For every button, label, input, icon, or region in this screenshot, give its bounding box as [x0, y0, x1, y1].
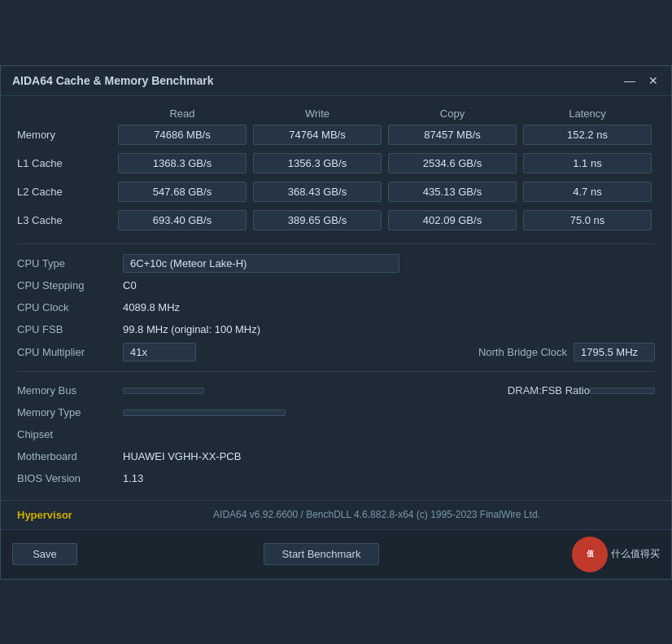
- memory-read-value: 74686 MB/s: [118, 125, 247, 145]
- l2-write-value: 368.43 GB/s: [253, 182, 382, 202]
- l2-copy-value: 435.13 GB/s: [388, 182, 517, 202]
- chipset-label: Chipset: [17, 428, 123, 440]
- l3-write-value: 389.65 GB/s: [253, 210, 382, 230]
- l1-read-value: 1368.3 GB/s: [118, 153, 247, 173]
- cpu-clock-value: 4089.8 MHz: [123, 301, 180, 313]
- col-header-latency: Latency: [520, 107, 655, 120]
- north-bridge-value: 1795.5 MHz: [574, 343, 655, 361]
- table-row: L1 Cache 1368.3 GB/s 1356.3 GB/s 2534.6 …: [17, 153, 655, 173]
- window-title: AIDA64 Cache & Memory Benchmark: [12, 74, 213, 87]
- memory-bus-value: [123, 388, 204, 394]
- l2-latency-value: 4.7 ns: [523, 182, 652, 202]
- table-row: Memory 74686 MB/s 74764 MB/s 87457 MB/s …: [17, 125, 655, 145]
- l3-read-value: 693.40 GB/s: [118, 210, 247, 230]
- footer: Hypervisor AIDA64 v6.92.6600 / BenchDLL …: [1, 500, 671, 529]
- bios-row: BIOS Version 1.13: [17, 470, 655, 488]
- cpu-fsb-row: CPU FSB 99.8 MHz (original: 100 MHz): [17, 321, 655, 339]
- l1-latency-value: 1.1 ns: [523, 153, 652, 173]
- row-label-l1: L1 Cache: [17, 157, 115, 169]
- cpu-stepping-row: CPU Stepping C0: [17, 277, 655, 295]
- benchmark-table: Read Write Copy Latency Memory 74686 MB/…: [17, 107, 655, 230]
- cpu-stepping-label: CPU Stepping: [17, 279, 123, 291]
- l3-latency-value: 75.0 ns: [523, 210, 652, 230]
- col-header-copy: Copy: [385, 107, 520, 120]
- cpu-type-value: 6C+10c (Meteor Lake-H): [123, 254, 399, 273]
- memory-type-row: Memory Type: [17, 404, 655, 422]
- info-section: CPU Type 6C+10c (Meteor Lake-H) CPU Step…: [17, 254, 655, 488]
- col-header-write: Write: [250, 107, 385, 120]
- table-row: L2 Cache 547.68 GB/s 368.43 GB/s 435.13 …: [17, 182, 655, 202]
- cpu-type-label: CPU Type: [17, 257, 123, 269]
- col-header-label: [17, 107, 115, 120]
- watermark-text: 什么值得买: [611, 547, 660, 561]
- motherboard-row: Motherboard HUAWEI VGHH-XX-PCB: [17, 448, 655, 466]
- l3-copy-value: 402.09 GB/s: [388, 210, 517, 230]
- motherboard-label: Motherboard: [17, 450, 123, 462]
- cpu-clock-row: CPU Clock 4089.8 MHz: [17, 299, 655, 317]
- cpu-fsb-label: CPU FSB: [17, 323, 123, 335]
- cpu-multiplier-row: CPU Multiplier 41x North Bridge Clock 17…: [17, 343, 655, 361]
- minimize-button[interactable]: —: [622, 74, 637, 87]
- l1-copy-value: 2534.6 GB/s: [388, 153, 517, 173]
- table-row: L3 Cache 693.40 GB/s 389.65 GB/s 402.09 …: [17, 210, 655, 230]
- chipset-row: Chipset: [17, 426, 655, 444]
- bios-value: 1.13: [123, 472, 143, 484]
- cpu-stepping-value: C0: [123, 279, 137, 291]
- watermark-icon: 值: [572, 537, 608, 572]
- divider-1: [17, 243, 655, 244]
- hypervisor-label: Hypervisor: [17, 509, 98, 521]
- bios-label: BIOS Version: [17, 472, 123, 484]
- close-button[interactable]: ✕: [647, 74, 660, 87]
- main-content: Read Write Copy Latency Memory 74686 MB/…: [1, 96, 671, 500]
- motherboard-value: HUAWEI VGHH-XX-PCB: [123, 450, 241, 462]
- col-header-read: Read: [115, 107, 250, 120]
- dram-fsb-value: [590, 388, 655, 394]
- footer-info: AIDA64 v6.92.6600 / BenchDLL 4.6.882.8-x…: [98, 509, 655, 520]
- l2-read-value: 547.68 GB/s: [118, 182, 247, 202]
- memory-latency-value: 152.2 ns: [523, 125, 652, 145]
- button-bar: Save Start Benchmark 值 什么值得买: [1, 529, 671, 579]
- memory-type-label: Memory Type: [17, 406, 123, 418]
- save-button[interactable]: Save: [12, 543, 77, 565]
- memory-type-value: [123, 410, 286, 416]
- cpu-type-row: CPU Type 6C+10c (Meteor Lake-H): [17, 254, 655, 273]
- main-window: AIDA64 Cache & Memory Benchmark — ✕ Read…: [0, 65, 672, 580]
- cpu-multiplier-label: CPU Multiplier: [17, 346, 123, 358]
- cpu-fsb-value: 99.8 MHz (original: 100 MHz): [123, 323, 260, 335]
- dram-fsb-label: DRAM:FSB Ratio: [508, 384, 590, 396]
- memory-copy-value: 87457 MB/s: [388, 125, 517, 145]
- window-controls: — ✕: [622, 74, 660, 87]
- cpu-clock-label: CPU Clock: [17, 301, 123, 313]
- l1-write-value: 1356.3 GB/s: [253, 153, 382, 173]
- cpu-multiplier-value: 41x: [123, 343, 196, 361]
- row-label-l2: L2 Cache: [17, 186, 115, 198]
- row-label-l3: L3 Cache: [17, 214, 115, 226]
- divider-2: [17, 371, 655, 372]
- memory-bus-row: Memory Bus DRAM:FSB Ratio: [17, 382, 655, 400]
- start-benchmark-button[interactable]: Start Benchmark: [264, 543, 380, 565]
- memory-bus-label: Memory Bus: [17, 384, 123, 396]
- memory-write-value: 74764 MB/s: [253, 125, 382, 145]
- table-header: Read Write Copy Latency: [17, 107, 655, 120]
- title-bar: AIDA64 Cache & Memory Benchmark — ✕: [1, 66, 671, 96]
- row-label-memory: Memory: [17, 129, 115, 141]
- watermark-circle-text: 值: [587, 550, 594, 559]
- north-bridge-label: North Bridge Clock: [478, 346, 567, 358]
